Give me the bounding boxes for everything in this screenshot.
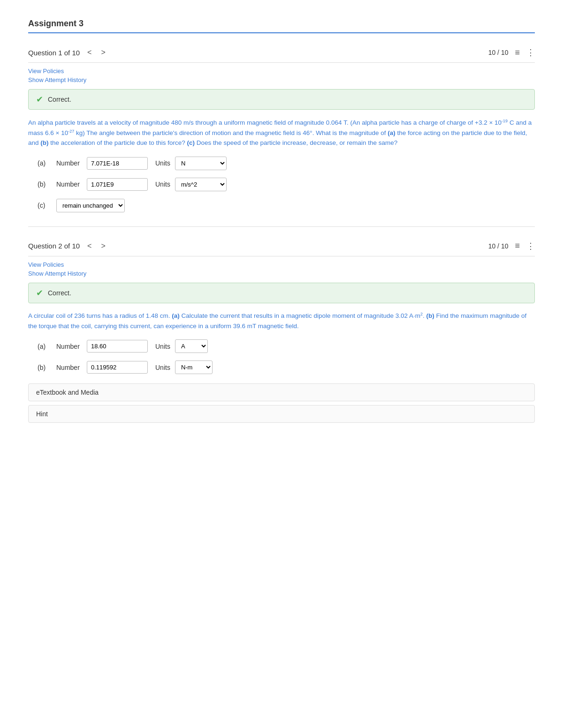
- question-2-list-icon[interactable]: ≡: [515, 241, 520, 251]
- question-2-header-right: 10 / 10 ≡ ⋮: [488, 241, 535, 251]
- question-1-header-right: 10 / 10 ≡ ⋮: [488, 47, 535, 58]
- question-2-header: Question 2 of 10 < > 10 / 10 ≡ ⋮: [28, 236, 535, 256]
- question-1-part-a-label: (a): [38, 159, 52, 167]
- question-2-prev-btn[interactable]: <: [85, 241, 93, 251]
- question-1-title: Question 1 of 10: [28, 49, 80, 57]
- question-2-part-a-type: Number: [56, 343, 82, 350]
- question-1-part-a-units-label: Units: [155, 159, 170, 167]
- question-1-block: Question 1 of 10 < > 10 / 10 ≡ ⋮ View Po…: [28, 43, 535, 212]
- question-2-checkmark-icon: ✔: [36, 288, 43, 298]
- question-1-part-b-row: (b) Number Units m/s^2 km/s^2: [28, 178, 535, 191]
- question-2-part-a-units-label: Units: [155, 343, 170, 350]
- question-1-checkmark-icon: ✔: [36, 94, 43, 105]
- etextbook-collapsible[interactable]: eTextbook and Media: [28, 383, 535, 401]
- question-1-part-b-label: (b): [38, 180, 52, 188]
- question-2-correct-label: Correct.: [48, 289, 71, 297]
- question-1-correct-label: Correct.: [48, 96, 71, 103]
- question-1-part-a-units-select[interactable]: N kN mN: [175, 157, 227, 170]
- question-2-part-b-units-select[interactable]: N-m mN-m: [175, 360, 213, 374]
- question-1-part-c-label: (c): [38, 202, 52, 209]
- question-1-part-c-row: (c) remain unchanged increase decrease: [28, 199, 535, 212]
- question-1-correct-banner: ✔ Correct.: [28, 89, 535, 110]
- question-2-part-b-units-label: Units: [155, 364, 170, 371]
- question-2-part-b-row: (b) Number Units N-m mN-m: [28, 360, 535, 374]
- question-1-more-icon[interactable]: ⋮: [526, 47, 535, 58]
- question-2-show-attempt-link[interactable]: Show Attempt History: [28, 270, 535, 277]
- question-1-header: Question 1 of 10 < > 10 / 10 ≡ ⋮: [28, 43, 535, 63]
- question-2-next-btn[interactable]: >: [99, 241, 107, 251]
- question-1-part-c-select[interactable]: remain unchanged increase decrease: [56, 199, 125, 212]
- question-1-part-b-units-label: Units: [155, 180, 170, 188]
- question-2-collapsibles: eTextbook and Media Hint: [28, 383, 535, 423]
- question-2-part-a-input[interactable]: [87, 340, 148, 353]
- question-1-part-a-type: Number: [56, 159, 82, 167]
- question-1-header-left: Question 1 of 10 < >: [28, 47, 107, 58]
- question-1-next-btn[interactable]: >: [99, 47, 107, 58]
- question-1-list-icon[interactable]: ≡: [515, 48, 520, 58]
- hint-collapsible[interactable]: Hint: [28, 405, 535, 423]
- title-divider: [28, 32, 535, 33]
- question-2-text: A circular coil of 236 turns has a radiu…: [28, 311, 535, 331]
- question-2-more-icon[interactable]: ⋮: [526, 241, 535, 251]
- question-2-part-b-label: (b): [38, 364, 52, 371]
- question-1-part-a-row: (a) Number Units N kN mN: [28, 157, 535, 170]
- question-2-title: Question 2 of 10: [28, 242, 80, 250]
- question-1-part-a-input[interactable]: [87, 157, 148, 170]
- question-2-block: Question 2 of 10 < > 10 / 10 ≡ ⋮ View Po…: [28, 236, 535, 423]
- question-1-part-b-type: Number: [56, 180, 82, 188]
- question-2-part-b-input[interactable]: [87, 361, 148, 374]
- question-1-show-attempt-link[interactable]: Show Attempt History: [28, 76, 535, 83]
- question-1-part-b-units-select[interactable]: m/s^2 km/s^2: [175, 178, 227, 191]
- question-1-score: 10 / 10: [488, 49, 509, 56]
- question-2-part-b-type: Number: [56, 364, 82, 371]
- question-2-part-a-units-select[interactable]: A mA kA: [175, 339, 208, 353]
- question-2-part-a-label: (a): [38, 343, 52, 350]
- question-1-prev-btn[interactable]: <: [85, 47, 93, 58]
- question-2-correct-banner: ✔ Correct.: [28, 283, 535, 303]
- question-1-text: An alpha particle travels at a velocity …: [28, 117, 535, 148]
- page-title: Assignment 3: [28, 19, 535, 29]
- question-1-view-policies-link[interactable]: View Policies: [28, 68, 535, 75]
- question-2-part-a-row: (a) Number Units A mA kA: [28, 339, 535, 353]
- question-divider-1: [28, 226, 535, 227]
- question-2-header-left: Question 2 of 10 < >: [28, 241, 107, 251]
- question-2-score: 10 / 10: [488, 242, 509, 250]
- question-2-view-policies-link[interactable]: View Policies: [28, 261, 535, 268]
- question-1-part-b-input[interactable]: [87, 178, 148, 191]
